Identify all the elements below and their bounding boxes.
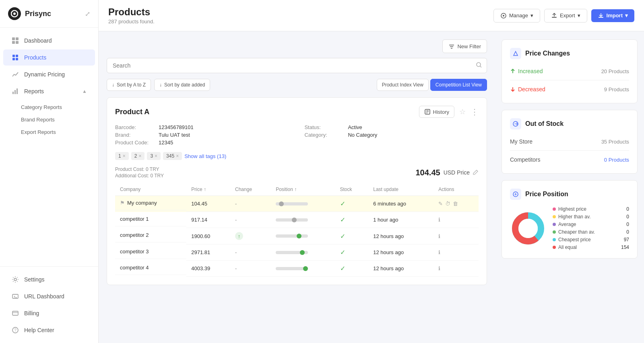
price-changes-header: Price Changes — [510, 48, 629, 59]
cell-actions: ℹ — [433, 261, 479, 277]
sidebar-item-reports[interactable]: Reports ▲ — [3, 83, 95, 99]
position-bar — [276, 202, 308, 205]
sort-date-button[interactable]: ↓ Sort by date added — [154, 79, 210, 91]
edit-price-button[interactable] — [473, 169, 479, 176]
cell-stock: ✓ — [335, 244, 369, 261]
info-action-icon[interactable]: ℹ — [438, 217, 440, 223]
cell-stock: ✓ — [335, 228, 369, 244]
decreased-count: 9 Products — [604, 86, 629, 92]
manage-button[interactable]: Manage ▾ — [493, 9, 540, 23]
svg-rect-7 — [16, 55, 18, 57]
manage-icon — [500, 12, 507, 19]
svg-rect-23 — [599, 17, 603, 18]
export-chevron-icon: ▾ — [578, 12, 580, 18]
svg-rect-16 — [12, 311, 18, 315]
increased-label: Increased — [510, 68, 543, 74]
action-icons: ℹ — [438, 217, 474, 223]
clock-action-icon[interactable]: ⏱ — [445, 201, 450, 207]
company-name: My company — [127, 200, 157, 206]
competitors-oos-label: Competitors — [510, 156, 540, 163]
search-input[interactable] — [107, 58, 487, 73]
cell-actions: ℹ — [433, 228, 479, 244]
products-icon — [11, 53, 19, 62]
edit-action-icon[interactable]: ✎ — [438, 201, 443, 207]
sidebar-item-billing[interactable]: Billing — [3, 305, 95, 321]
cell-last-update: 12 hours ago — [368, 228, 433, 244]
sidebar-bottom: Settings URL Dashboard — [0, 266, 98, 343]
manage-chevron-icon: ▾ — [530, 12, 533, 18]
cell-change: - — [230, 212, 271, 228]
legend-item: All equal 154 — [553, 244, 629, 250]
view-buttons: Product Index View Competition List View — [377, 79, 487, 91]
svg-rect-8 — [12, 58, 15, 60]
cell-change: ↑ — [230, 228, 271, 244]
info-action-icon[interactable]: ℹ — [438, 233, 440, 239]
svg-rect-12 — [17, 88, 18, 94]
position-bar — [276, 251, 308, 254]
svg-rect-9 — [16, 58, 18, 60]
info-action-icon[interactable]: ℹ — [438, 249, 440, 255]
sidebar-item-brand-reports[interactable]: Brand Reports — [0, 113, 98, 126]
table-row: competitor 4 4003.39 - ✓ 12 hours ago ℹ — [115, 261, 479, 277]
svg-point-27 — [477, 63, 481, 67]
info-action-icon[interactable]: ℹ — [438, 265, 440, 271]
out-of-stock-title: Out of Stock — [525, 120, 564, 127]
sidebar-item-category-reports[interactable]: Category Reports — [0, 101, 98, 113]
position-bar — [276, 234, 308, 238]
reports-icon — [11, 87, 19, 95]
sidebar-item-label-settings: Settings — [24, 276, 45, 283]
svg-rect-3 — [16, 37, 19, 40]
legend-label: Cheapest price — [558, 237, 591, 242]
show-all-tags-link[interactable]: Show all tags (13) — [184, 153, 226, 159]
sidebar-item-export-reports[interactable]: Export Reports — [0, 126, 98, 138]
table-row: ⚑ My company 104.45 - ✓ 6 minutes ago ✎ … — [115, 196, 479, 212]
stock-check-icon: ✓ — [340, 216, 345, 223]
more-options-button[interactable]: ⋮ — [471, 107, 479, 117]
cell-actions: ✎ ⏱ 🗑 — [433, 196, 479, 212]
product-index-view-button[interactable]: Product Index View — [377, 79, 429, 91]
price-changes-widget: Price Changes Increased 20 Products — [502, 39, 638, 103]
sidebar-item-label-products: Products — [24, 54, 46, 61]
content-area: New Filter — [99, 31, 644, 343]
sidebar-item-products[interactable]: Products — [3, 49, 95, 66]
product-tags: 1 × 2 × 3 × 345 × Show all tags (13) — [115, 152, 479, 160]
cell-company: competitor 1 — [115, 212, 186, 226]
new-filter-button[interactable]: New Filter — [442, 39, 487, 53]
flag-icon: ⚑ — [120, 200, 125, 206]
table-header: Company Price ↑ Change Position ↑ Stock … — [115, 183, 479, 196]
export-button[interactable]: Export ▾ — [544, 9, 587, 23]
donut-chart — [510, 210, 546, 246]
sort-bar: ↓ Sort by A to Z ↓ Sort by date added Pr… — [107, 79, 487, 91]
sidebar-item-url-dashboard[interactable]: URL Dashboard — [3, 288, 95, 304]
out-of-stock-widget: Out of Stock My Store 35 Products Compet… — [502, 110, 638, 174]
sort-az-button[interactable]: ↓ Sort by A to Z — [107, 79, 151, 91]
star-button[interactable]: ☆ — [459, 107, 466, 116]
cell-last-update: 12 hours ago — [368, 244, 433, 261]
competitors-oos-count: 0 Products — [604, 157, 629, 163]
sidebar-item-settings[interactable]: Settings — [3, 271, 95, 288]
sidebar-item-dashboard[interactable]: Dashboard — [3, 33, 95, 49]
svg-point-13 — [14, 278, 17, 281]
table-row: competitor 1 917.14 - ✓ 1 hour ago ℹ — [115, 212, 479, 228]
delete-action-icon[interactable]: 🗑 — [453, 201, 458, 207]
legend-dot — [553, 223, 556, 226]
competition-list-view-button[interactable]: Competition List View — [430, 79, 487, 91]
sidebar-item-label-billing: Billing — [24, 310, 39, 316]
col-price: Price ↑ — [186, 183, 230, 196]
price-position-header: Price Position — [510, 189, 629, 200]
price-changes-icon — [510, 48, 521, 59]
price-changes-title: Price Changes — [525, 50, 570, 57]
import-button[interactable]: Import ▾ — [591, 9, 634, 22]
history-button[interactable]: History — [419, 106, 454, 118]
out-of-stock-header: Out of Stock — [510, 118, 629, 129]
sidebar-collapse-icon[interactable]: ⤢ — [85, 10, 90, 18]
legend-item: Average 0 — [553, 222, 629, 227]
meta-row-brand: Brand: Tulu UAT test — [115, 132, 295, 138]
export-icon — [551, 12, 557, 19]
cell-actions: ℹ — [433, 212, 479, 228]
sidebar-item-help-center[interactable]: ? Help Center — [3, 322, 95, 338]
legend-value: 0 — [626, 206, 629, 212]
action-icons: ℹ — [438, 233, 474, 239]
page-title: Products — [108, 6, 155, 18]
sidebar-item-dynamic-pricing[interactable]: Dynamic Pricing — [3, 66, 95, 82]
